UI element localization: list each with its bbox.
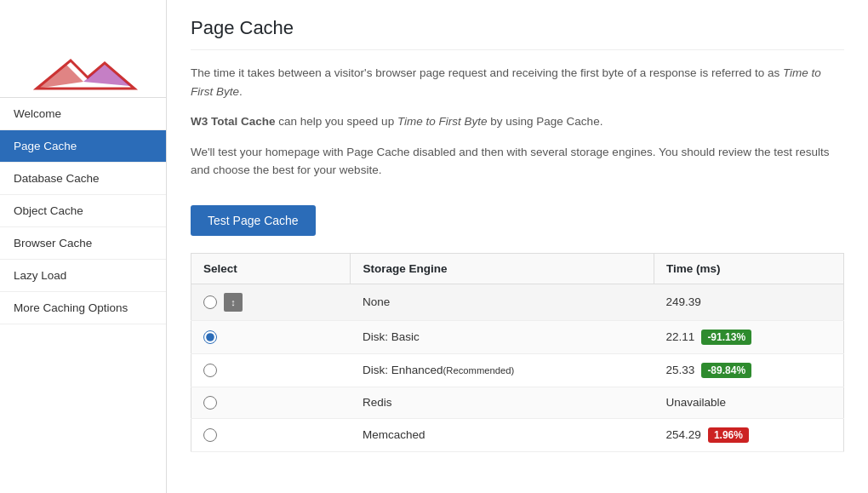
- engine-cell: None: [351, 284, 654, 320]
- col-header-select: Select: [191, 253, 351, 284]
- performance-badge: -91.13%: [701, 330, 751, 345]
- test-page-cache-button[interactable]: Test Page Cache: [191, 205, 316, 236]
- time-cell: 22.11-91.13%: [654, 320, 844, 353]
- table-row: Memcached254.291.96%: [191, 418, 844, 451]
- time-cell: 25.33-89.84%: [654, 353, 844, 387]
- engine-radio[interactable]: [203, 295, 217, 309]
- select-cell: [191, 387, 351, 418]
- time-value: Unavailable: [666, 396, 727, 409]
- description-3: We'll test your homepage with Page Cache…: [191, 143, 844, 180]
- main-content: Page Cache The time it takes between a v…: [167, 0, 868, 493]
- cache-table: Select Storage Engine Time (ms) ↕None249…: [191, 253, 844, 452]
- sidebar-item-welcome[interactable]: Welcome: [0, 98, 166, 130]
- table-row: Disk: Enhanced(Recommended)25.33-89.84%: [191, 353, 844, 387]
- sidebar-nav: Welcome Page Cache Database Cache Object…: [0, 98, 166, 324]
- table-row: ↕None249.39: [191, 284, 844, 320]
- time-cell: Unavailable: [654, 387, 844, 418]
- ttfb-italic-2: Time to First Byte: [397, 115, 488, 128]
- logo: [28, 56, 139, 92]
- sidebar-item-page-cache[interactable]: Page Cache: [0, 130, 166, 163]
- time-value: 249.39: [666, 295, 701, 308]
- engine-cell: Redis: [351, 387, 654, 418]
- performance-badge: 1.96%: [708, 427, 749, 443]
- col-header-engine: Storage Engine: [351, 253, 654, 284]
- time-value: 254.29: [666, 428, 701, 441]
- description-2: W3 Total Cache can help you speed up Tim…: [191, 112, 844, 131]
- description-1: The time it takes between a visitor's br…: [191, 64, 844, 100]
- sort-icon[interactable]: ↕: [224, 293, 243, 312]
- engine-cell: Disk: Enhanced(Recommended): [351, 353, 654, 387]
- engine-cell: Memcached: [351, 418, 654, 451]
- col-header-time: Time (ms): [654, 253, 844, 284]
- w3tc-bold: W3 Total Cache: [191, 115, 276, 128]
- time-value: 22.11: [666, 330, 695, 343]
- sidebar-item-browser-cache[interactable]: Browser Cache: [0, 227, 166, 260]
- engine-radio[interactable]: [203, 396, 217, 410]
- sidebar-item-database-cache[interactable]: Database Cache: [0, 163, 166, 195]
- engine-sub: (Recommended): [443, 365, 515, 375]
- performance-badge: -89.84%: [701, 363, 751, 378]
- sidebar-item-object-cache[interactable]: Object Cache: [0, 195, 166, 227]
- engine-radio[interactable]: [203, 364, 217, 377]
- engine-radio[interactable]: [203, 428, 217, 442]
- engine-name: Disk: Enhanced: [363, 364, 443, 376]
- table-row: Disk: Basic22.11-91.13%: [191, 320, 844, 353]
- select-cell: [191, 320, 351, 353]
- page-title: Page Cache: [191, 17, 844, 50]
- ttfb-italic-1: Time to First Byte: [191, 66, 821, 98]
- engine-cell: Disk: Basic: [351, 320, 654, 353]
- select-cell: [191, 418, 351, 451]
- sidebar: Welcome Page Cache Database Cache Object…: [0, 0, 167, 493]
- time-cell: 254.291.96%: [654, 418, 844, 451]
- engine-radio[interactable]: [203, 330, 217, 344]
- time-cell: 249.39: [654, 284, 844, 320]
- sidebar-item-lazy-load[interactable]: Lazy Load: [0, 260, 166, 292]
- time-value: 25.33: [666, 364, 695, 376]
- select-cell: ↕: [191, 284, 351, 320]
- table-row: RedisUnavailable: [191, 387, 844, 418]
- sidebar-item-more-caching[interactable]: More Caching Options: [0, 292, 166, 324]
- select-cell: [191, 353, 351, 387]
